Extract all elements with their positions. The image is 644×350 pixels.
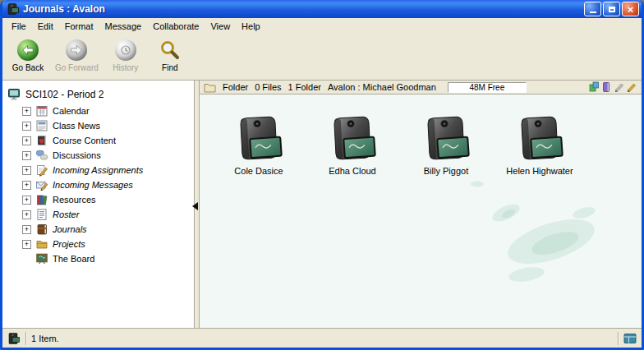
file-count: 0 Files: [255, 82, 281, 92]
expand-toggle[interactable]: [22, 166, 31, 175]
expand-toggle[interactable]: [22, 181, 31, 190]
window-title: Journals : Avalon: [23, 3, 581, 15]
item-count: 1 Item.: [31, 334, 59, 343]
tree-item-class-news[interactable]: Class News: [2, 118, 194, 133]
journal-item[interactable]: Helen Highwater: [502, 116, 577, 176]
find-label: Find: [162, 63, 177, 72]
expand-toggle[interactable]: [22, 122, 31, 131]
go-forward-label: Go Forward: [55, 63, 99, 72]
expand-toggle[interactable]: [22, 210, 31, 219]
folder-count: 1 Folder: [288, 82, 321, 92]
folder-contents: Cole Dasice Edha Cloud Billy Piggot: [200, 94, 642, 328]
news-icon: [35, 119, 48, 132]
close-button[interactable]: ×: [622, 2, 639, 16]
journal-book-icon: [327, 116, 378, 165]
edit-pencil-icon[interactable]: [614, 81, 623, 93]
tree-item-label: Projects: [53, 239, 85, 249]
new-item-icon[interactable]: [589, 81, 599, 93]
history-label: History: [113, 63, 138, 72]
find-magnifier-icon: [159, 39, 182, 62]
roster-list-icon: [35, 208, 48, 221]
course-content-icon: [35, 134, 48, 147]
back-arrow-sphere-icon: [16, 39, 39, 62]
tree-item-resources[interactable]: Resources: [2, 192, 194, 207]
tree-item-course-content[interactable]: Course Content: [2, 133, 194, 148]
tree-item-roster[interactable]: Roster: [2, 207, 194, 222]
maximize-icon: [609, 7, 615, 12]
tree-item-journals[interactable]: Journals: [2, 222, 194, 237]
history-sphere-icon: [114, 39, 137, 62]
expand-toggle[interactable]: [22, 151, 31, 160]
new-journal-icon[interactable]: [601, 81, 611, 93]
tree-item-calendar[interactable]: Calendar: [2, 104, 194, 118]
compose-pencil-icon[interactable]: [626, 81, 636, 93]
header-actions: [589, 81, 637, 93]
content-panel: Folder 0 Files 1 Folder Avalon : Michael…: [200, 81, 642, 328]
go-back-button[interactable]: Go Back: [7, 37, 48, 72]
journal-item[interactable]: Billy Piggot: [408, 116, 484, 176]
resources-books-icon: [35, 193, 48, 206]
assignments-pencil-icon: [35, 163, 48, 177]
expand-toggle[interactable]: [22, 196, 31, 205]
expand-toggle[interactable]: [22, 240, 31, 249]
journal-name: Cole Dasice: [234, 166, 283, 176]
expand-toggle[interactable]: [22, 225, 31, 234]
journal-name: Helen Highwater: [506, 166, 573, 176]
workspace-grid-icon[interactable]: [623, 332, 637, 345]
menu-message[interactable]: Message: [99, 19, 148, 34]
main-area: SCI102 - Period 2 Calendar Class News: [2, 81, 642, 328]
menu-collaborate[interactable]: Collaborate: [147, 19, 205, 34]
menu-view[interactable]: View: [205, 19, 236, 34]
menu-bar: File Edit Format Message Collaborate Vie…: [2, 18, 642, 35]
status-divider: [618, 332, 619, 345]
journal-item[interactable]: Edha Cloud: [315, 116, 390, 176]
go-back-label: Go Back: [12, 63, 44, 72]
journal-book-icon: [233, 116, 284, 165]
tree-item-discussions[interactable]: Discussions: [2, 148, 194, 163]
journal-book-icon: [35, 223, 48, 236]
tree-item-incoming-assignments[interactable]: Incoming Assignments: [2, 163, 194, 177]
find-button[interactable]: Find: [150, 37, 191, 72]
content-type-label: Folder: [223, 82, 248, 92]
tree-item-incoming-messages[interactable]: Incoming Messages: [2, 177, 194, 192]
tree-item-label: Class News: [53, 121, 100, 131]
tree-item-projects[interactable]: Projects: [2, 237, 194, 251]
expand-toggle[interactable]: [22, 136, 31, 145]
menu-edit[interactable]: Edit: [32, 19, 59, 34]
projects-folder-icon: [35, 237, 48, 251]
journal-name: Billy Piggot: [424, 166, 468, 176]
map-watermark: [420, 168, 617, 291]
menu-help[interactable]: Help: [236, 19, 266, 34]
status-divider: [25, 332, 26, 345]
go-forward-button[interactable]: Go Forward: [52, 37, 102, 72]
free-space-indicator: 48M Free: [448, 82, 527, 93]
tree-root-class[interactable]: SCI102 - Period 2: [2, 87, 194, 102]
tree-item-the-board[interactable]: The Board: [2, 251, 194, 266]
tree-root-label: SCI102 - Period 2: [25, 89, 104, 100]
expand-toggle[interactable]: [22, 107, 31, 116]
journal-item[interactable]: Cole Dasice: [221, 116, 297, 176]
tree-item-label: Discussions: [53, 150, 101, 160]
minimize-button[interactable]: [584, 2, 601, 16]
app-window: Journals : Avalon × File Edit Format Mes…: [0, 0, 644, 350]
discussions-icon: [35, 149, 48, 162]
navigation-tree: SCI102 - Period 2 Calendar Class News: [2, 81, 195, 328]
collapse-panel-icon[interactable]: [192, 202, 198, 210]
calendar-icon: [35, 104, 48, 117]
history-button[interactable]: History: [105, 37, 146, 72]
tree-item-label: Course Content: [53, 136, 116, 145]
journal-name: Edha Cloud: [329, 166, 376, 176]
tree-item-label: Journals: [53, 224, 87, 234]
menu-file[interactable]: File: [6, 19, 32, 34]
toolbar: Go Back Go Forward History Find: [2, 35, 642, 81]
close-icon: ×: [628, 4, 634, 15]
folder-icon: [204, 82, 216, 93]
journal-book-icon: [514, 116, 565, 165]
maximize-button[interactable]: [603, 2, 620, 16]
minimize-icon: [590, 12, 596, 13]
journal-app-icon: [7, 2, 20, 16]
tree-item-label: Incoming Assignments: [53, 165, 143, 175]
window-controls: ×: [584, 2, 639, 16]
journal-book-icon: [421, 116, 472, 165]
menu-format[interactable]: Format: [59, 19, 99, 34]
